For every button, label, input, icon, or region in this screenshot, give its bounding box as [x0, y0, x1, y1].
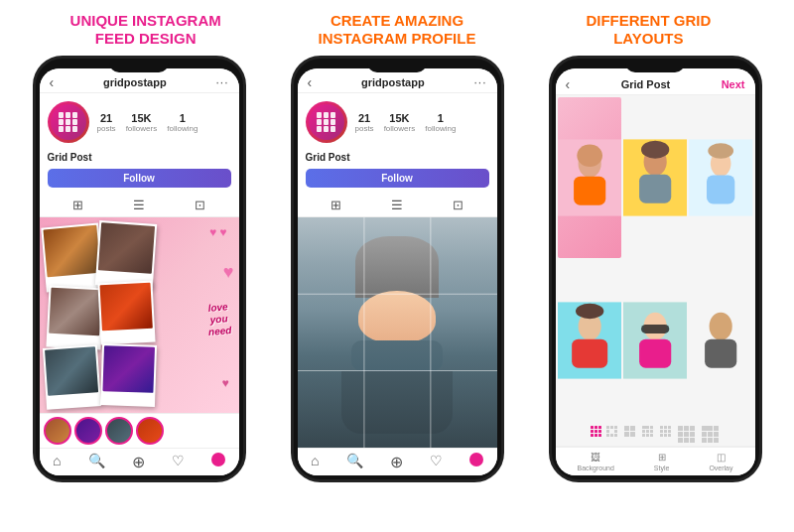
phone1-avatar-inner: [51, 104, 86, 140]
svg-rect-18: [572, 339, 607, 368]
phone2-notch: [367, 59, 427, 72]
phone2-tag-icon[interactable]: ⊡: [453, 198, 463, 212]
phone1-toolbar: ⌂ 🔍 ⊕ ♡: [40, 448, 239, 475]
header-section-2: CREATE AMAZING INSTAGRAM PROFILE: [271, 12, 522, 48]
svg-rect-6: [574, 177, 605, 205]
phone2-avatar-grid: [317, 112, 336, 132]
phone3-back-icon[interactable]: ‹: [566, 76, 571, 92]
phone3-cell-3[interactable]: [689, 97, 752, 258]
phone1-list-icon[interactable]: ☰: [133, 198, 145, 212]
phone1-feed: ♥ ♥: [40, 217, 239, 413]
phone2-profile-name: Grid Post: [306, 152, 350, 163]
phone1-love-text: loveyouneed: [206, 301, 232, 338]
phone2-icons-row: ⊞ ☰ ⊡: [298, 194, 497, 217]
header-section-3: DIFFERENT GRID LAYOUTS: [523, 12, 774, 48]
phone1-polaroid-3: [46, 286, 103, 350]
phone3-grid-pattern-3[interactable]: [624, 426, 635, 443]
phone1-screen: ‹ gridpostapp ···: [40, 68, 239, 475]
phone1-home-icon[interactable]: ⌂: [53, 453, 61, 471]
svg-rect-22: [641, 325, 669, 333]
phone3-cell-2[interactable]: [623, 97, 687, 258]
phone1-story-4[interactable]: [136, 417, 164, 445]
phone3-next-button[interactable]: Next: [722, 78, 745, 90]
phone3-grid-pattern-5[interactable]: [660, 426, 671, 443]
phone1-heart-icon[interactable]: ♡: [172, 453, 185, 471]
phones-container: ‹ gridpostapp ···: [0, 56, 794, 532]
phone1-profile-name: Grid Post: [48, 152, 92, 163]
phone1-profile-icon[interactable]: [211, 453, 225, 466]
phone2-stat-posts: 21 posts: [355, 112, 374, 133]
phone1-wrapper: ‹ gridpostapp ···: [10, 56, 268, 532]
phone3-grid-pattern-6[interactable]: [678, 426, 695, 443]
phone1-profile-row: 21 posts 15K followers 1 following: [40, 93, 239, 147]
phone3-grid-pattern-4[interactable]: [642, 426, 653, 443]
svg-point-15: [708, 143, 733, 158]
phone2-avatar: [306, 101, 347, 143]
phone3-grid-pattern-2[interactable]: [606, 426, 617, 443]
phone1-search-icon[interactable]: 🔍: [88, 453, 105, 471]
svg-rect-26: [705, 339, 736, 368]
phone2-avatar-inner: [309, 104, 344, 140]
phone2-add-icon[interactable]: ⊕: [390, 453, 403, 471]
phone2-follow-button[interactable]: Follow: [306, 169, 489, 188]
phone1-menu-dots[interactable]: ···: [215, 75, 228, 89]
phone1-polaroid-5: [42, 344, 100, 410]
phone3-background-option[interactable]: 🖼 Background: [577, 452, 613, 471]
phone1-polaroid-2: [94, 220, 156, 289]
phone1-stories: [40, 413, 239, 448]
phone1-stat-following: 1 following: [167, 112, 198, 133]
phone3-title: Grid Post: [621, 78, 671, 90]
phone2-feed: [298, 217, 497, 448]
phone3-grid-pattern-1[interactable]: [591, 426, 601, 443]
phone3-cell-1[interactable]: [558, 97, 621, 258]
phone1-story-2[interactable]: [74, 417, 102, 445]
phone1-polaroid-1: [41, 223, 103, 293]
phone3-cell-4[interactable]: [558, 260, 621, 421]
svg-rect-23: [639, 339, 671, 368]
phone3-style-option[interactable]: ⊞ Style: [654, 452, 670, 471]
phone1-follow-button[interactable]: Follow: [48, 169, 231, 188]
phone2-wrapper: ‹ gridpostapp ···: [268, 56, 526, 532]
phone1-story-3[interactable]: [105, 417, 133, 445]
phone2-menu-dots[interactable]: ···: [473, 75, 486, 89]
phone3-overlay-option[interactable]: ◫ Overlay: [709, 452, 732, 471]
phone2-subject: [328, 229, 467, 437]
phone2-stat-following: 1 following: [425, 112, 456, 133]
phone2: ‹ gridpostapp ···: [291, 56, 504, 482]
phone3-style-icon: ⊞: [658, 452, 666, 463]
phone3-cell-6[interactable]: [689, 260, 752, 421]
phone2-grid-icon[interactable]: ⊞: [331, 198, 341, 212]
phone2-list-icon[interactable]: ☰: [391, 198, 403, 212]
phone1-profile-name-section: Grid Post: [40, 147, 239, 169]
phone2-screen: ‹ gridpostapp ···: [298, 68, 497, 475]
phone2-search-icon[interactable]: 🔍: [346, 453, 363, 471]
phone1-stats: 21 posts 15K followers 1 following: [97, 112, 231, 133]
phone1-username: gridpostapp: [103, 76, 167, 88]
phone3-cell-5[interactable]: [623, 260, 687, 421]
header-title-1: UNIQUE INSTAGRAM FEED DESIGN: [20, 12, 271, 48]
svg-rect-7: [577, 145, 602, 168]
phone1-story-1[interactable]: [44, 417, 71, 445]
phone3-overlay-icon: ◫: [717, 452, 726, 463]
phone2-home-icon[interactable]: ⌂: [311, 453, 319, 471]
phone3-grid-pattern-7[interactable]: [702, 426, 719, 443]
phone1-polaroid-4: [97, 281, 155, 345]
header-title-2: CREATE AMAZING INSTAGRAM PROFILE: [271, 12, 522, 48]
phone3-grid-selector: [556, 423, 755, 447]
svg-point-19: [576, 304, 603, 319]
phone1-add-icon[interactable]: ⊕: [132, 453, 145, 471]
phone2-stat-followers: 15K followers: [384, 112, 416, 133]
phone3-grid: [556, 95, 755, 423]
phone1-polaroid-6: [99, 343, 156, 407]
phone1-stat-followers: 15K followers: [126, 112, 158, 133]
phone1-grid-icon[interactable]: ⊞: [72, 198, 83, 212]
svg-rect-14: [707, 175, 734, 203]
phone1-tag-icon[interactable]: ⊡: [195, 198, 205, 212]
svg-point-25: [710, 313, 732, 340]
phone1-back-icon: ‹: [50, 74, 55, 90]
phone3-editor-bar: 🖼 Background ⊞ Style ◫ Overlay: [556, 447, 755, 475]
phone2-heart-icon[interactable]: ♡: [430, 453, 443, 471]
header: UNIQUE INSTAGRAM FEED DESIGN CREATE AMAZ…: [0, 0, 794, 56]
phone2-profile-icon[interactable]: [469, 453, 483, 466]
phone1-avatar: [48, 101, 89, 143]
